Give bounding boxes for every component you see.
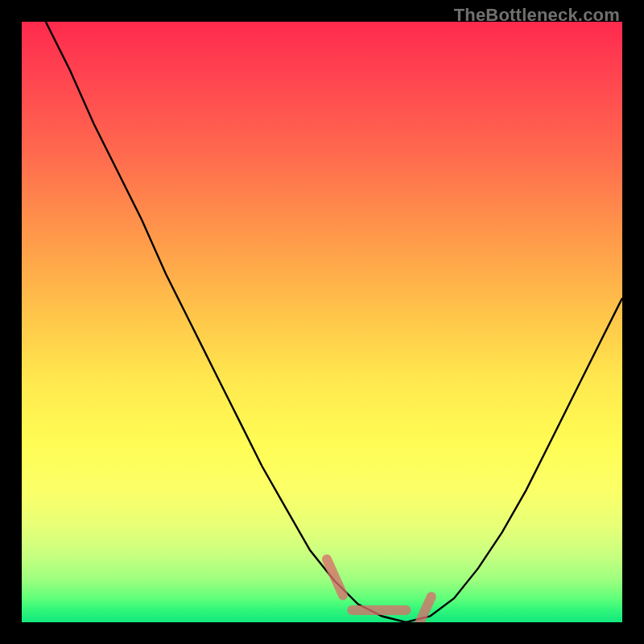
svg-line-2	[415, 597, 431, 622]
watermark-text: TheBottleneck.com	[454, 5, 620, 26]
plot-area	[22, 22, 622, 622]
chart-svg	[22, 22, 622, 622]
svg-line-0	[327, 559, 343, 596]
bead-group	[327, 559, 431, 622]
bottleneck-curve	[46, 22, 622, 622]
